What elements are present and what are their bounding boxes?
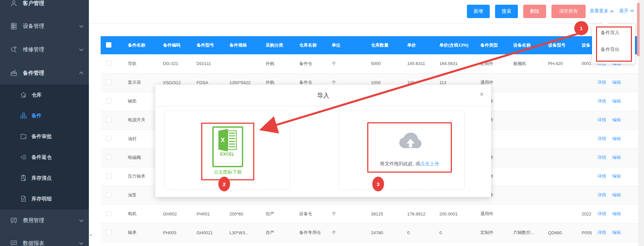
cell-price: 176.9912 xyxy=(402,204,434,223)
sidebar-item-customer-mgmt[interactable]: 客户管理 xyxy=(0,0,89,14)
sidebar-item-repair-mgmt[interactable]: 维修管理 xyxy=(0,39,89,60)
sidebar-item-cost-mgmt[interactable]: 费用管理 xyxy=(0,210,89,231)
cell-model: DG/111 xyxy=(191,54,224,73)
expand-label: 展开 xyxy=(619,8,629,14)
cell-dev_name xyxy=(508,129,543,148)
edit-link[interactable]: 编辑 xyxy=(612,80,621,85)
sidebar-item-data-report[interactable]: 数据报表 xyxy=(0,233,89,246)
select-all-checkbox[interactable] xyxy=(106,42,111,48)
detail-link[interactable]: 详情 xyxy=(597,80,606,85)
cell-type: 通用件 xyxy=(475,204,508,223)
cell-unit: 个 xyxy=(326,223,366,242)
sidebar-item-spareparts-mgmt[interactable]: 备件管理 xyxy=(0,62,89,84)
column-header: 设备型号 xyxy=(543,36,576,54)
cell-dev_model xyxy=(543,129,576,148)
edit-link[interactable]: 编辑 xyxy=(612,230,621,235)
sidebar-subitem-label: 仓库 xyxy=(32,92,42,98)
app-root: 客户管理 设备管理 维修管理 备件管理 xyxy=(0,0,644,246)
sidebar-subitem-label: 备件审批 xyxy=(32,133,52,140)
detail-link[interactable]: 详情 xyxy=(597,99,606,104)
folder-icon xyxy=(20,133,27,140)
cell-dev_model xyxy=(543,204,576,223)
chevron-down-icon xyxy=(79,218,84,222)
scrollbar-thumb[interactable] xyxy=(637,3,640,56)
column-header: 设备 xyxy=(576,36,592,54)
sidebar-subitem-warehouse[interactable]: 仓库 xyxy=(0,84,89,105)
cell-dev_model: QD680 xyxy=(543,223,576,242)
cell-unit: 个 xyxy=(326,54,366,73)
sidebar-subitem-spareparts-approval[interactable]: 备件审批 xyxy=(0,126,89,147)
menu-item-spareparts-export[interactable]: 备件导出 xyxy=(592,41,635,58)
edit-link[interactable]: 编辑 xyxy=(612,192,621,197)
row-checkbox[interactable] xyxy=(106,230,111,235)
expand-link[interactable]: 展开 xyxy=(619,8,633,14)
modal-divider xyxy=(155,106,491,106)
sidebar-item-equipment-mgmt[interactable]: 设备管理 xyxy=(0,15,89,37)
sidebar-subitem-stock-detail[interactable]: 库存明细 xyxy=(0,188,89,209)
add-button[interactable]: 新增 xyxy=(467,5,490,18)
row-actions-cell: 详情编辑 xyxy=(592,223,638,242)
detail-link[interactable]: 详情 xyxy=(597,155,606,160)
detail-link[interactable]: 详情 xyxy=(597,192,606,197)
toolbox-icon xyxy=(10,69,17,77)
row-checkbox[interactable] xyxy=(106,117,111,122)
row-checkbox[interactable] xyxy=(106,173,111,179)
edit-link[interactable]: 编辑 xyxy=(612,155,621,160)
cell-dev_model: PH-420 xyxy=(543,54,576,73)
cell-name: 油封 xyxy=(122,129,158,148)
sidebar-subitem-stock-count[interactable]: 库存清点 xyxy=(0,168,89,188)
document-icon xyxy=(20,195,27,202)
delete-button[interactable]: 删除 xyxy=(523,5,546,18)
close-icon[interactable]: × xyxy=(480,91,484,98)
annotation-box-upload: 将文件拖到此处, 或点击上传 xyxy=(367,122,452,173)
edit-link[interactable]: 编辑 xyxy=(612,99,621,104)
row-checkbox[interactable] xyxy=(106,155,111,160)
excel-template-icon[interactable]: X EXCEL xyxy=(212,126,243,167)
detail-link[interactable]: 详情 xyxy=(597,117,606,122)
sidebar-subitem-spareparts[interactable]: 备件 xyxy=(0,105,89,126)
menu-item-spareparts-import[interactable]: 备件导入 xyxy=(592,24,635,41)
search-button[interactable]: 搜索 xyxy=(495,5,518,18)
cell-dev_name xyxy=(508,73,543,92)
scroll-left-arrow[interactable]: ◂ xyxy=(90,233,92,237)
cell-dev xyxy=(576,73,592,92)
edit-link[interactable]: 编辑 xyxy=(612,174,621,179)
edit-link[interactable]: 编辑 xyxy=(612,117,621,122)
row-checkbox[interactable] xyxy=(106,192,111,197)
detail-link[interactable]: 详情 xyxy=(597,211,606,216)
table-row: 轴承PH005GH0021L30*W3...自产备件专用仓个2478000定制件… xyxy=(101,223,638,242)
cell-dev_model xyxy=(543,111,576,129)
row-checkbox[interactable] xyxy=(106,98,111,104)
modal-title: 导入 xyxy=(155,91,491,100)
edit-link[interactable]: 编辑 xyxy=(612,136,621,141)
row-checkbox[interactable] xyxy=(106,79,111,85)
cell-dev_name: 六轴数控... xyxy=(508,223,543,242)
cell-dev_model xyxy=(543,92,576,111)
clear-all-button[interactable]: 清空所有 xyxy=(551,5,586,18)
detail-link[interactable]: 详情 xyxy=(597,136,606,141)
row-checkbox[interactable] xyxy=(106,211,111,216)
cell-code: DG-321 xyxy=(158,54,191,73)
row-select-cell xyxy=(101,186,122,204)
detail-link[interactable]: 详情 xyxy=(597,174,606,179)
download-hint[interactable]: 点击图标下载 xyxy=(202,169,253,175)
chevron-down-icon xyxy=(79,241,84,245)
cell-price: 0 xyxy=(402,223,434,242)
cell-dev xyxy=(576,111,592,129)
cell-tax_price: 164.5631 xyxy=(434,54,475,73)
row-checkbox[interactable] xyxy=(106,136,111,141)
row-select-cell xyxy=(101,111,122,129)
view-more-link[interactable]: 查看更多 xyxy=(590,8,613,14)
row-actions-cell: 详情编辑 xyxy=(592,73,638,92)
view-more-dropdown: 备件导入 备件导出 xyxy=(592,24,635,64)
upload-link[interactable]: 点击上传 xyxy=(420,161,439,166)
upload-cloud-icon[interactable] xyxy=(395,126,426,157)
cell-category: 外购 xyxy=(260,54,294,73)
edit-link[interactable]: 编辑 xyxy=(612,211,621,216)
chevron-down-icon xyxy=(79,47,84,51)
sidebar-subitem-spareparts-return[interactable]: 备件返仓 xyxy=(0,147,89,168)
cell-name: 钢垫 xyxy=(122,92,158,111)
row-checkbox[interactable] xyxy=(106,60,111,66)
detail-link[interactable]: 详情 xyxy=(597,230,606,235)
chevron-down-icon xyxy=(79,23,84,28)
